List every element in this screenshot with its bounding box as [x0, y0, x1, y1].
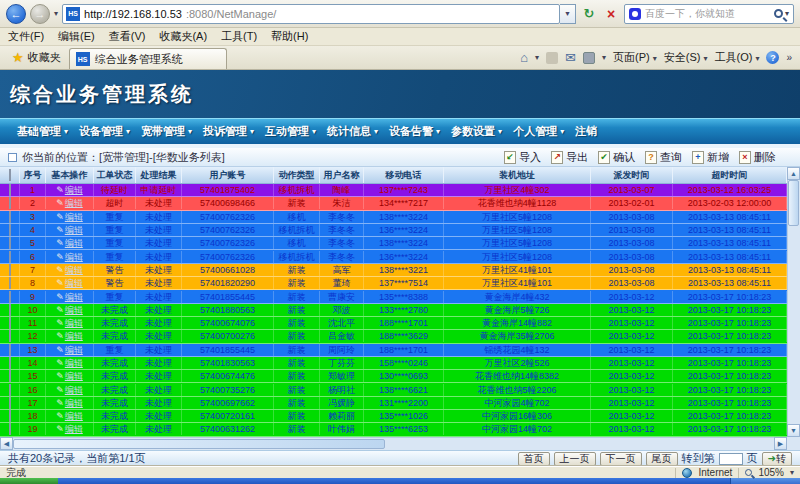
- edit-link[interactable]: ✎编辑: [46, 277, 94, 289]
- row-checkbox[interactable]: [9, 384, 11, 396]
- browser-tab[interactable]: HS 综合业务管理系统: [69, 48, 227, 69]
- column-header[interactable]: 处理结果: [136, 167, 182, 183]
- table-row[interactable]: 17✎编辑未完成未处理57400697662新装冯媛静131****2200中河…: [0, 397, 787, 410]
- column-header[interactable]: 超时时间: [673, 167, 787, 183]
- row-checkbox[interactable]: [9, 211, 11, 223]
- menu-item[interactable]: 帮助(H): [271, 29, 308, 44]
- row-checkbox[interactable]: [9, 184, 11, 196]
- edit-link[interactable]: ✎编辑: [46, 264, 94, 276]
- scroll-left-icon[interactable]: ◀: [0, 437, 13, 450]
- nav-item-设备告警[interactable]: 设备告警▾: [389, 124, 440, 139]
- row-checkbox[interactable]: [9, 237, 11, 249]
- page-button-尾页[interactable]: 尾页: [646, 452, 678, 466]
- table-row[interactable]: 1✎编辑待延时申请延时57401875402移机拆机陶峰137****7243万…: [0, 184, 787, 197]
- nav-item-投诉管理[interactable]: 投诉管理▾: [203, 124, 254, 139]
- print-icon[interactable]: [583, 52, 595, 64]
- stop-icon[interactable]: ×: [602, 5, 620, 23]
- row-checkbox[interactable]: [9, 197, 11, 209]
- overflow-chevron-icon[interactable]: »: [786, 52, 792, 63]
- table-row[interactable]: 14✎编辑未完成未处理57401830563新装丁芬芬158****0246万里…: [0, 357, 787, 370]
- column-header[interactable]: 移动电话: [364, 167, 444, 183]
- zoom-dropdown-icon[interactable]: ▾: [790, 468, 794, 477]
- nav-item-注销[interactable]: 注销: [575, 124, 597, 139]
- back-button[interactable]: ←: [6, 4, 26, 24]
- edit-link[interactable]: ✎编辑: [46, 410, 94, 422]
- search-options-icon[interactable]: ▾: [785, 9, 789, 18]
- row-checkbox[interactable]: [9, 410, 11, 422]
- 确认-button[interactable]: ✔确认: [598, 150, 635, 165]
- nav-item-设备管理[interactable]: 设备管理▾: [79, 124, 130, 139]
- history-dropdown-icon[interactable]: ▾: [54, 9, 58, 18]
- row-checkbox[interactable]: [9, 304, 11, 316]
- table-row[interactable]: 10✎编辑未完成未处理57401880563新装邓波133****2780黄金海…: [0, 304, 787, 317]
- row-checkbox[interactable]: [9, 423, 11, 435]
- goto-button[interactable]: ➜转: [762, 452, 792, 466]
- row-checkbox[interactable]: [9, 277, 11, 289]
- nav-item-统计信息[interactable]: 统计信息▾: [327, 124, 378, 139]
- table-row[interactable]: 4✎编辑重复未处理57400762326移机拆机李冬冬136****3224万里…: [0, 224, 787, 237]
- edit-link[interactable]: ✎编辑: [46, 291, 94, 303]
- page-button-首页[interactable]: 首页: [518, 452, 550, 466]
- row-checkbox[interactable]: [9, 264, 11, 276]
- menu-item[interactable]: 文件(F): [8, 29, 44, 44]
- row-checkbox[interactable]: [9, 317, 11, 329]
- help-icon[interactable]: ?: [766, 51, 779, 64]
- zoom-level[interactable]: 105%: [758, 467, 784, 478]
- edit-link[interactable]: ✎编辑: [46, 211, 94, 223]
- edit-link[interactable]: ✎编辑: [46, 237, 94, 249]
- table-row[interactable]: 5✎编辑重复未处理57400762326移机李冬冬138****3224万里社区…: [0, 237, 787, 250]
- start-button[interactable]: [0, 478, 58, 484]
- nav-item-个人管理[interactable]: 个人管理▾: [513, 124, 564, 139]
- edit-link[interactable]: ✎编辑: [46, 317, 94, 329]
- edit-link[interactable]: ✎编辑: [46, 370, 94, 382]
- edit-link[interactable]: ✎编辑: [46, 357, 94, 369]
- command-button[interactable]: 安全(S) ▾: [664, 50, 708, 65]
- table-row[interactable]: 6✎编辑重复未处理57400762326移机拆机李冬冬136****3224万里…: [0, 250, 787, 263]
- row-checkbox[interactable]: [9, 251, 11, 263]
- table-row[interactable]: 2✎编辑超时未处理57400698466新装朱洁134****7217花香维也纳…: [0, 197, 787, 210]
- row-checkbox[interactable]: [9, 291, 11, 303]
- command-button[interactable]: 工具(O) ▾: [714, 50, 759, 65]
- column-header[interactable]: 工单状态: [94, 167, 136, 183]
- favorites-button[interactable]: ★ 收藏夹: [4, 46, 69, 69]
- page-button-上一页[interactable]: 上一页: [554, 452, 596, 466]
- command-button[interactable]: 页面(P) ▾: [613, 50, 657, 65]
- row-checkbox[interactable]: [9, 397, 11, 409]
- table-row[interactable]: 9✎编辑重复未处理57401855445新装曹康安135****8388黄金海岸…: [0, 290, 787, 303]
- search-input[interactable]: 百度一下，你就知道 ▾: [624, 4, 794, 24]
- menu-item[interactable]: 收藏夹(A): [159, 29, 207, 44]
- column-header[interactable]: 装机地址: [444, 167, 591, 183]
- column-header[interactable]: 序号: [20, 167, 46, 183]
- zoom-icon[interactable]: [745, 469, 752, 476]
- edit-link[interactable]: ✎编辑: [46, 344, 94, 356]
- scroll-up-icon[interactable]: ▲: [787, 167, 800, 180]
- menu-item[interactable]: 编辑(E): [58, 29, 95, 44]
- edit-link[interactable]: ✎编辑: [46, 397, 94, 409]
- table-row[interactable]: 16✎编辑未完成未处理57400735276新装杨明社138****6621花香…: [0, 383, 787, 396]
- row-checkbox[interactable]: [9, 330, 11, 342]
- goto-page-input[interactable]: [719, 453, 743, 465]
- table-row[interactable]: 11✎编辑未完成未处理57400674076新装沈北平188****1701黄金…: [0, 317, 787, 330]
- select-all-checkbox[interactable]: [9, 169, 11, 181]
- row-checkbox[interactable]: [9, 224, 11, 236]
- nav-item-基础管理[interactable]: 基础管理▾: [17, 124, 68, 139]
- 删除-button[interactable]: ×删除: [739, 150, 776, 165]
- menu-item[interactable]: 查看(V): [109, 29, 146, 44]
- column-header[interactable]: 派发时间: [591, 167, 673, 183]
- table-row[interactable]: 13✎编辑重复未处理57401855445新装周阿玲188****1701锦绣花…: [0, 344, 787, 357]
- nav-item-互动管理[interactable]: 互动管理▾: [265, 124, 316, 139]
- 新增-button[interactable]: +新增: [692, 150, 729, 165]
- nav-item-参数设置[interactable]: 参数设置▾: [451, 124, 502, 139]
- url-dropdown-icon[interactable]: ▼: [560, 4, 576, 24]
- table-row[interactable]: 3✎编辑重复未处理57400762326移机李冬冬138****3224万里社区…: [0, 211, 787, 224]
- nav-item-宽带管理[interactable]: 宽带管理▾: [141, 124, 192, 139]
- 导入-button[interactable]: ↙导入: [504, 150, 541, 165]
- table-row[interactable]: 19✎编辑未完成未处理57400631262新装叶伟娟135****6253中河…: [0, 423, 787, 436]
- menu-item[interactable]: 工具(T): [221, 29, 257, 44]
- edit-link[interactable]: ✎编辑: [46, 184, 94, 196]
- page-button-下一页[interactable]: 下一页: [600, 452, 642, 466]
- edit-link[interactable]: ✎编辑: [46, 304, 94, 316]
- edit-link[interactable]: ✎编辑: [46, 224, 94, 236]
- edit-link[interactable]: ✎编辑: [46, 330, 94, 342]
- column-header[interactable]: 基本操作: [46, 167, 94, 183]
